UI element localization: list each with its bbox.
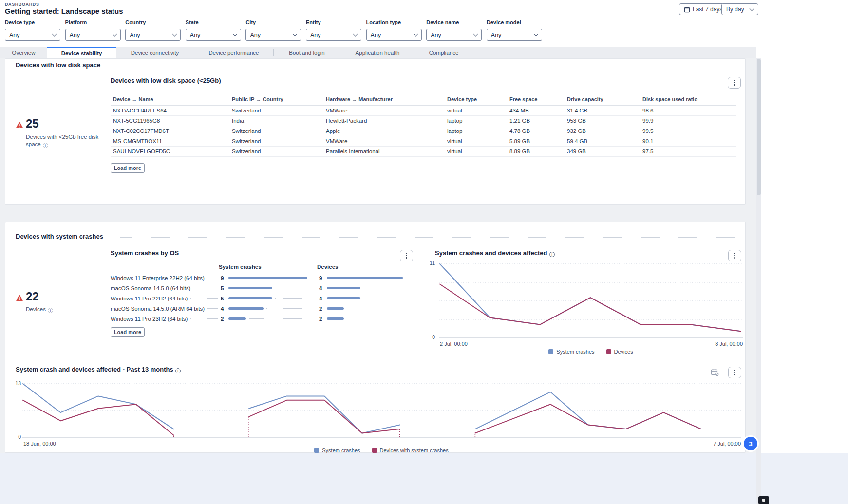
system-crashes-panel: Devices with system crashes 22 Devices S…: [5, 222, 746, 453]
time-range-button[interactable]: Last 7 days: [679, 3, 727, 15]
table-cell: 434 MB: [507, 108, 565, 113]
info-icon[interactable]: [175, 368, 181, 373]
kpi-low-disk-label: Devices with <25Gb free disk space: [26, 133, 105, 148]
section-divider: [63, 213, 654, 213]
column-header-device-name[interactable]: Device → Name: [111, 96, 229, 102]
kebab-menu-icon[interactable]: [728, 250, 741, 261]
breadcrumb: DASHBOARDS: [5, 2, 39, 7]
chevron-down-icon: [172, 32, 177, 37]
filter-select-device-model[interactable]: Any: [487, 29, 542, 41]
tab-application-health[interactable]: Application health: [340, 47, 415, 58]
section-divider: [118, 66, 737, 66]
table-cell: 349 GB: [565, 149, 640, 154]
column-header-device-type[interactable]: Device type: [445, 96, 507, 102]
bottom-strip: [0, 453, 848, 504]
scrollbar-thumb[interactable]: [757, 59, 761, 195]
page-title: Getting started: Landscape status: [5, 7, 123, 15]
filter-select-city[interactable]: Any: [245, 29, 301, 41]
table-cell: 5.89 GB: [507, 138, 565, 144]
filter-platform: Platform Any: [65, 19, 121, 41]
table-cell: India: [229, 118, 323, 124]
tab-compliance[interactable]: Compliance: [415, 47, 472, 58]
filter-label: Platform: [65, 19, 121, 27]
kebab-menu-icon[interactable]: [728, 77, 741, 89]
filter-bar: Device type Any Platform Any Country Any…: [0, 19, 848, 47]
table-row[interactable]: NXTV-GCHARLES64SwitzerlandVMWarevirtual4…: [111, 106, 736, 116]
crash-count: 2: [221, 316, 228, 322]
device-bar: [327, 317, 344, 320]
warning-icon: [16, 121, 23, 129]
table-cell: 31.4 GB: [565, 108, 640, 113]
filter-select-state[interactable]: Any: [186, 29, 241, 41]
scrollbar[interactable]: [756, 58, 761, 504]
table-cell: virtual: [445, 138, 507, 144]
filter-value: Any: [491, 32, 502, 38]
tab-device-performance[interactable]: Device performance: [194, 47, 273, 58]
top-header: DASHBOARDS Getting started: Landscape st…: [0, 0, 848, 19]
os-name: Windows 11 Enterprise 22H2 (64 bits): [111, 275, 205, 281]
filter-label: State: [186, 19, 241, 27]
crash-count: 5: [221, 285, 228, 291]
table-cell: 59.4 GB: [565, 138, 640, 144]
column-header-hardware-manufacturer[interactable]: Hardware → Manufacturer: [323, 96, 445, 102]
filter-select-entity[interactable]: Any: [306, 29, 361, 41]
column-header-disk-space-used-ratio[interactable]: Disk space used ratio: [640, 96, 736, 102]
granularity-select[interactable]: By day: [721, 3, 758, 15]
filter-value: Any: [310, 32, 321, 38]
legend-swatch: [314, 448, 319, 453]
calendar-off-icon[interactable]: [711, 368, 719, 376]
tab-device-connectivity[interactable]: Device connectivity: [116, 47, 194, 58]
table-cell: 90.1: [640, 138, 736, 144]
time-range-label: Last 7 days: [693, 6, 722, 13]
info-icon[interactable]: [48, 308, 53, 313]
load-more-button[interactable]: Load more: [111, 327, 145, 337]
info-icon[interactable]: [43, 143, 48, 148]
column-header-drive-capacity[interactable]: Drive capacity: [565, 96, 640, 102]
tab-device-stability[interactable]: Device stability: [47, 47, 116, 58]
filter-value: Any: [190, 32, 201, 38]
filter-select-device-name[interactable]: Any: [426, 29, 482, 41]
tab-overview[interactable]: Overview: [0, 47, 47, 58]
crash-bar: [228, 287, 272, 289]
column-header-public-ip-country[interactable]: Public IP → Country: [229, 96, 323, 102]
filter-select-device-type[interactable]: Any: [5, 29, 60, 41]
device-bar: [327, 307, 344, 310]
load-more-button[interactable]: Load more: [111, 163, 145, 173]
info-icon[interactable]: [549, 252, 555, 257]
filter-select-country[interactable]: Any: [125, 29, 181, 41]
crash-bar: [228, 307, 264, 310]
table-cell: 99.5: [640, 128, 736, 134]
corner-widget-icon[interactable]: [758, 496, 769, 504]
os-name: Windows 11 Pro 22H2 (64 bits): [111, 296, 188, 301]
past13-title: System crash and devices affected - Past…: [16, 366, 181, 373]
tab-boot-and-login[interactable]: Boot and login: [274, 47, 340, 58]
crash-chart-title: System crashes and devices affected: [435, 249, 555, 257]
filter-select-location-type[interactable]: Any: [366, 29, 422, 41]
notification-badge[interactable]: 3: [744, 437, 757, 450]
column-header-free-space[interactable]: Free space: [507, 96, 565, 102]
crash-count: 4: [221, 306, 228, 312]
legend-item: Devices: [606, 349, 633, 355]
table-row[interactable]: SAULNOVELGOFD5CSwitzerlandParallels Inte…: [111, 147, 736, 157]
filter-select-platform[interactable]: Any: [65, 29, 121, 41]
x-axis-start-label: 2 Jul, 00:00: [440, 341, 468, 347]
kebab-menu-icon[interactable]: [400, 250, 413, 261]
table-row[interactable]: NXT-C02CC17FMD6TSwitzerlandApplelaptop4.…: [111, 126, 736, 136]
table-cell: 1.21 GB: [507, 118, 565, 124]
low-disk-card-title: Devices with low disk space (<25Gb): [111, 77, 221, 84]
dotted-leader: [266, 308, 316, 309]
low-disk-panel: Devices with low disk space 25 Devices w…: [5, 58, 746, 205]
os-card-title: System crashes by OS: [111, 249, 179, 257]
warning-icon: [16, 294, 23, 301]
filter-label: Entity: [306, 19, 361, 27]
table-row[interactable]: MS-CMGMTBOX11SwitzerlandVMWarevirtual5.8…: [111, 136, 736, 147]
filter-city: City Any: [245, 19, 301, 41]
kebab-menu-icon[interactable]: [728, 367, 741, 378]
table-row[interactable]: NXT-5CG11965G8IndiaHewlett-Packardlaptop…: [111, 116, 736, 126]
dotted-leader: [207, 278, 218, 278]
os-col-devices: Devices: [317, 264, 338, 270]
section-title-system-crashes: Devices with system crashes: [16, 233, 103, 240]
os-col-crashes: System crashes: [219, 264, 262, 270]
section-title-low-disk: Devices with low disk space: [16, 61, 100, 69]
table-cell: VMWare: [323, 138, 445, 144]
